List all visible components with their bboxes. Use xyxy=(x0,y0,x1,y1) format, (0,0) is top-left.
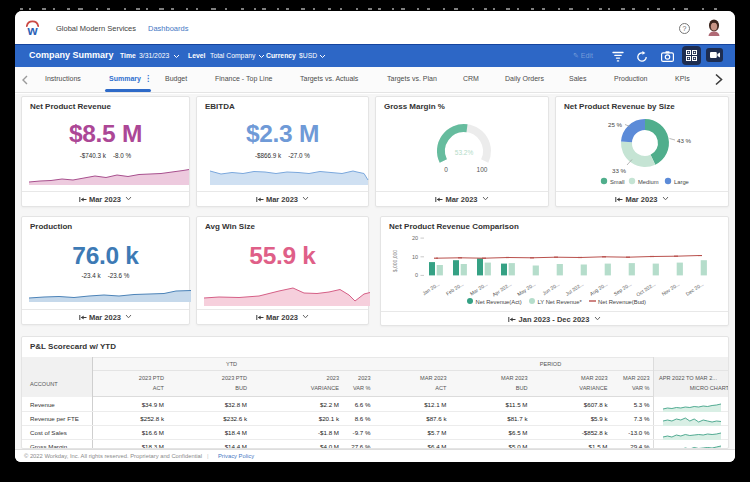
svg-text:Medium: Medium xyxy=(638,179,659,185)
svg-text:25 %: 25 % xyxy=(608,121,623,128)
svg-text:Oct 202...: Oct 202... xyxy=(635,281,656,298)
svg-text:w: w xyxy=(26,23,38,37)
svg-text:Jun 20...: Jun 20... xyxy=(541,281,560,296)
svg-text:Aug 20...: Aug 20... xyxy=(588,281,608,297)
svg-text:Small: Small xyxy=(610,179,625,185)
svg-text:Net Revenue(Bud): Net Revenue(Bud) xyxy=(598,299,646,305)
svg-text:Nov 20...: Nov 20... xyxy=(660,281,680,297)
svg-text:$,000,000: $,000,000 xyxy=(392,250,398,272)
svg-text:Jul 202...: Jul 202... xyxy=(564,281,584,297)
svg-text:53.2%: 53.2% xyxy=(455,149,474,156)
svg-text:Large: Large xyxy=(674,179,689,185)
svg-text:20: 20 xyxy=(412,235,418,241)
svg-text:Feb 20...: Feb 20... xyxy=(445,281,465,297)
svg-text:May 20...: May 20... xyxy=(516,281,537,297)
svg-text:100: 100 xyxy=(477,166,488,173)
svg-text:33 %: 33 % xyxy=(612,167,627,174)
svg-text:Net Revenue(Act): Net Revenue(Act) xyxy=(476,299,522,305)
svg-text:0: 0 xyxy=(444,166,448,173)
svg-text:Apr 202...: Apr 202... xyxy=(491,281,512,298)
svg-text:Dec 20...: Dec 20... xyxy=(684,281,704,297)
svg-text:LY Net Revenue*: LY Net Revenue* xyxy=(538,299,583,305)
svg-text:Jan 20...: Jan 20... xyxy=(421,281,440,296)
svg-text:10: 10 xyxy=(412,254,418,260)
svg-text:Sep 20...: Sep 20... xyxy=(612,281,632,297)
svg-text:43 %: 43 % xyxy=(677,137,692,144)
svg-text:0: 0 xyxy=(415,272,418,278)
svg-text:Mar 20...: Mar 20... xyxy=(469,281,489,297)
